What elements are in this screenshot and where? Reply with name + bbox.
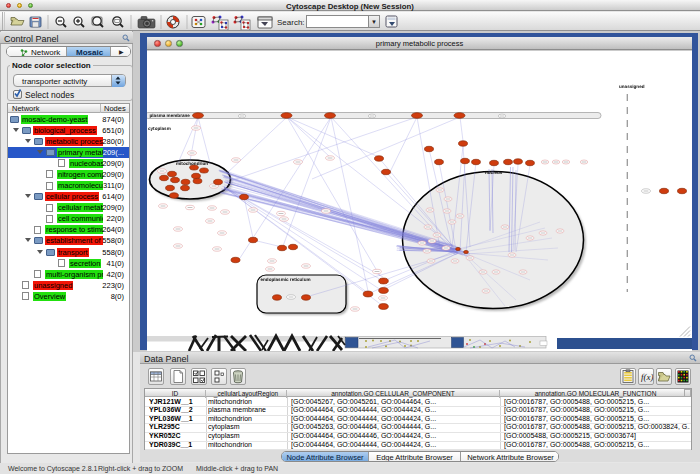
svg-text:f(x): f(x) [641, 372, 653, 382]
svg-text:nucleus: nucleus [485, 170, 502, 175]
svg-text:unassigned: unassigned [619, 84, 645, 89]
svg-text:mitochondrion: mitochondrion [176, 161, 208, 166]
svg-text:plasma membrane: plasma membrane [150, 113, 190, 118]
svg-text:endoplasmic reticulum: endoplasmic reticulum [261, 277, 311, 282]
svg-text:cytoplasm: cytoplasm [148, 126, 171, 131]
